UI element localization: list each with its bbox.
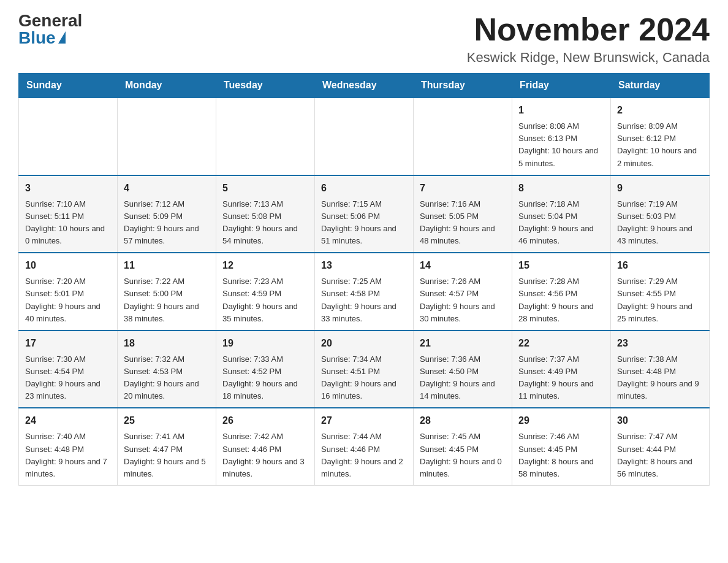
day-number: 6 [321,181,407,196]
col-friday: Friday [512,74,611,98]
day-info: Sunrise: 7:34 AM Sunset: 4:51 PM Dayligh… [321,353,407,403]
calendar-cell: 27Sunrise: 7:44 AM Sunset: 4:46 PM Dayli… [315,408,414,485]
day-info: Sunrise: 7:33 AM Sunset: 4:52 PM Dayligh… [222,353,308,403]
day-info: Sunrise: 7:13 AM Sunset: 5:08 PM Dayligh… [222,198,308,248]
calendar-cell: 15Sunrise: 7:28 AM Sunset: 4:56 PM Dayli… [512,253,611,331]
calendar-cell: 3Sunrise: 7:10 AM Sunset: 5:11 PM Daylig… [19,175,118,253]
day-number: 20 [321,336,407,351]
calendar-cell: 13Sunrise: 7:25 AM Sunset: 4:58 PM Dayli… [315,253,414,331]
calendar-cell: 17Sunrise: 7:30 AM Sunset: 4:54 PM Dayli… [19,331,118,408]
day-number: 29 [518,413,604,428]
day-number: 18 [124,336,210,351]
calendar-body: 1Sunrise: 8:08 AM Sunset: 6:13 PM Daylig… [19,98,710,485]
day-number: 14 [420,258,506,273]
day-number: 9 [617,181,703,196]
calendar-cell: 14Sunrise: 7:26 AM Sunset: 4:57 PM Dayli… [414,253,512,331]
day-number: 4 [124,181,210,196]
calendar-cell: 7Sunrise: 7:16 AM Sunset: 5:05 PM Daylig… [414,175,512,253]
day-info: Sunrise: 7:15 AM Sunset: 5:06 PM Dayligh… [321,198,407,248]
calendar-cell: 4Sunrise: 7:12 AM Sunset: 5:09 PM Daylig… [118,175,216,253]
day-info: Sunrise: 7:41 AM Sunset: 4:47 PM Dayligh… [124,431,210,480]
day-number: 28 [420,413,506,428]
day-info: Sunrise: 7:40 AM Sunset: 4:48 PM Dayligh… [25,431,111,480]
calendar-week-3: 10Sunrise: 7:20 AM Sunset: 5:01 PM Dayli… [19,253,710,331]
day-info: Sunrise: 7:19 AM Sunset: 5:03 PM Dayligh… [617,198,703,248]
logo-triangle-icon [58,31,66,44]
day-number: 3 [25,181,111,196]
calendar-cell [414,98,512,175]
day-number: 19 [222,336,308,351]
day-info: Sunrise: 7:38 AM Sunset: 4:48 PM Dayligh… [617,353,703,403]
calendar-cell: 18Sunrise: 7:32 AM Sunset: 4:53 PM Dayli… [118,331,216,408]
title-section: November 2024 Keswick Ridge, New Brunswi… [467,12,710,66]
day-info: Sunrise: 7:47 AM Sunset: 4:44 PM Dayligh… [617,431,703,480]
calendar-cell: 24Sunrise: 7:40 AM Sunset: 4:48 PM Dayli… [19,408,118,485]
col-tuesday: Tuesday [216,74,315,98]
calendar-cell: 26Sunrise: 7:42 AM Sunset: 4:46 PM Dayli… [216,408,315,485]
calendar-cell: 19Sunrise: 7:33 AM Sunset: 4:52 PM Dayli… [216,331,315,408]
day-info: Sunrise: 7:32 AM Sunset: 4:53 PM Dayligh… [124,353,210,403]
day-number: 27 [321,413,407,428]
calendar-week-4: 17Sunrise: 7:30 AM Sunset: 4:54 PM Dayli… [19,331,710,408]
calendar-cell: 22Sunrise: 7:37 AM Sunset: 4:49 PM Dayli… [512,331,611,408]
calendar-cell: 2Sunrise: 8:09 AM Sunset: 6:12 PM Daylig… [611,98,710,175]
day-number: 1 [518,103,604,118]
day-info: Sunrise: 7:25 AM Sunset: 4:58 PM Dayligh… [321,275,407,325]
calendar-cell: 16Sunrise: 7:29 AM Sunset: 4:55 PM Dayli… [611,253,710,331]
logo-blue-text: Blue [18,29,66,47]
calendar-cell: 29Sunrise: 7:46 AM Sunset: 4:45 PM Dayli… [512,408,611,485]
calendar-cell [216,98,315,175]
calendar-cell: 28Sunrise: 7:45 AM Sunset: 4:45 PM Dayli… [414,408,512,485]
calendar-cell: 20Sunrise: 7:34 AM Sunset: 4:51 PM Dayli… [315,331,414,408]
day-info: Sunrise: 7:20 AM Sunset: 5:01 PM Dayligh… [25,275,111,325]
calendar-cell: 9Sunrise: 7:19 AM Sunset: 5:03 PM Daylig… [611,175,710,253]
day-info: Sunrise: 7:12 AM Sunset: 5:09 PM Dayligh… [124,198,210,248]
calendar-cell: 21Sunrise: 7:36 AM Sunset: 4:50 PM Dayli… [414,331,512,408]
day-number: 10 [25,258,111,273]
day-number: 7 [420,181,506,196]
calendar-cell: 6Sunrise: 7:15 AM Sunset: 5:06 PM Daylig… [315,175,414,253]
day-info: Sunrise: 7:30 AM Sunset: 4:54 PM Dayligh… [25,353,111,403]
day-number: 17 [25,336,111,351]
day-info: Sunrise: 7:46 AM Sunset: 4:45 PM Dayligh… [518,431,604,480]
col-monday: Monday [118,74,216,98]
day-info: Sunrise: 7:23 AM Sunset: 4:59 PM Dayligh… [222,275,308,325]
day-info: Sunrise: 7:45 AM Sunset: 4:45 PM Dayligh… [420,431,506,480]
col-thursday: Thursday [414,74,512,98]
page-header: General Blue November 2024 Keswick Ridge… [18,12,710,66]
calendar-cell [118,98,216,175]
day-info: Sunrise: 7:16 AM Sunset: 5:05 PM Dayligh… [420,198,506,248]
location-title: Keswick Ridge, New Brunswick, Canada [467,50,710,66]
calendar-cell: 23Sunrise: 7:38 AM Sunset: 4:48 PM Dayli… [611,331,710,408]
calendar-cell: 5Sunrise: 7:13 AM Sunset: 5:08 PM Daylig… [216,175,315,253]
col-wednesday: Wednesday [315,74,414,98]
calendar-week-1: 1Sunrise: 8:08 AM Sunset: 6:13 PM Daylig… [19,98,710,175]
day-number: 11 [124,258,210,273]
calendar-cell: 30Sunrise: 7:47 AM Sunset: 4:44 PM Dayli… [611,408,710,485]
day-number: 30 [617,413,703,428]
month-title: November 2024 [467,12,710,47]
day-info: Sunrise: 8:09 AM Sunset: 6:12 PM Dayligh… [617,120,703,170]
logo-general-text: General [18,12,82,29]
day-info: Sunrise: 7:18 AM Sunset: 5:04 PM Dayligh… [518,198,604,248]
day-info: Sunrise: 7:26 AM Sunset: 4:57 PM Dayligh… [420,275,506,325]
day-number: 16 [617,258,703,273]
calendar-header: Sunday Monday Tuesday Wednesday Thursday… [19,74,710,98]
day-number: 5 [222,181,308,196]
calendar-cell [19,98,118,175]
day-number: 23 [617,336,703,351]
day-number: 12 [222,258,308,273]
day-info: Sunrise: 7:44 AM Sunset: 4:46 PM Dayligh… [321,431,407,480]
logo: General Blue [18,12,82,47]
day-info: Sunrise: 7:36 AM Sunset: 4:50 PM Dayligh… [420,353,506,403]
day-info: Sunrise: 7:37 AM Sunset: 4:49 PM Dayligh… [518,353,604,403]
col-saturday: Saturday [611,74,710,98]
day-info: Sunrise: 7:28 AM Sunset: 4:56 PM Dayligh… [518,275,604,325]
calendar-week-5: 24Sunrise: 7:40 AM Sunset: 4:48 PM Dayli… [19,408,710,485]
day-number: 22 [518,336,604,351]
day-number: 2 [617,103,703,118]
day-number: 26 [222,413,308,428]
calendar-cell [315,98,414,175]
day-info: Sunrise: 7:29 AM Sunset: 4:55 PM Dayligh… [617,275,703,325]
calendar-cell: 1Sunrise: 8:08 AM Sunset: 6:13 PM Daylig… [512,98,611,175]
